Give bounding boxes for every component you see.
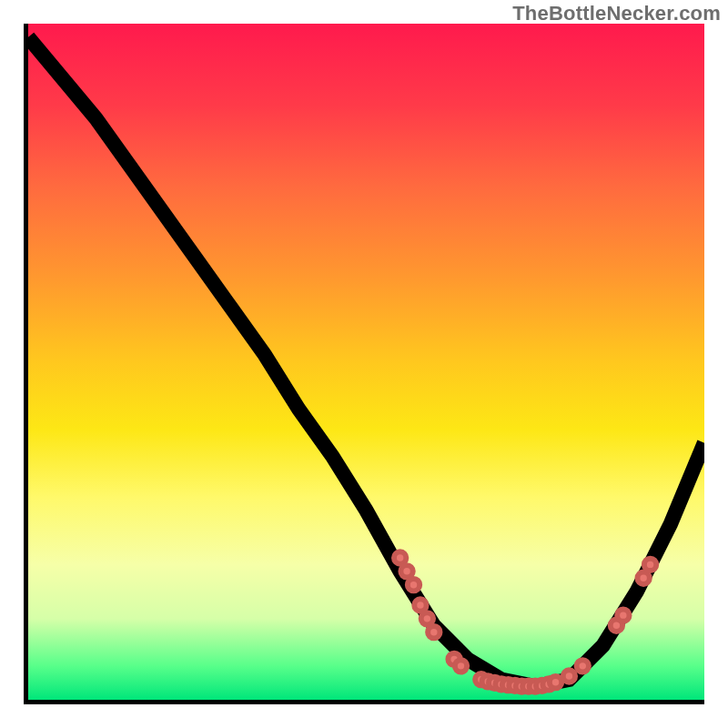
marker-dot — [644, 559, 656, 571]
chart-svg — [28, 24, 704, 700]
marker-dot — [394, 551, 406, 563]
marker-dot — [408, 579, 420, 591]
marker-dot — [563, 670, 575, 682]
bottleneck-curve — [28, 37, 704, 686]
marker-dot — [400, 565, 412, 577]
marker-dot — [577, 660, 589, 672]
marker-dot — [421, 612, 433, 624]
marker-dot — [455, 660, 467, 672]
marker-dot — [617, 609, 629, 621]
plot-frame — [24, 24, 704, 704]
marker-dot — [428, 626, 440, 638]
watermark-text: TheBottleNecker.com — [512, 2, 721, 25]
marker-dot — [637, 572, 649, 584]
marker-dot — [414, 599, 426, 611]
marker-dot — [550, 676, 561, 688]
marker-group — [394, 551, 656, 693]
chart-container: TheBottleNecker.com — [0, 0, 728, 728]
